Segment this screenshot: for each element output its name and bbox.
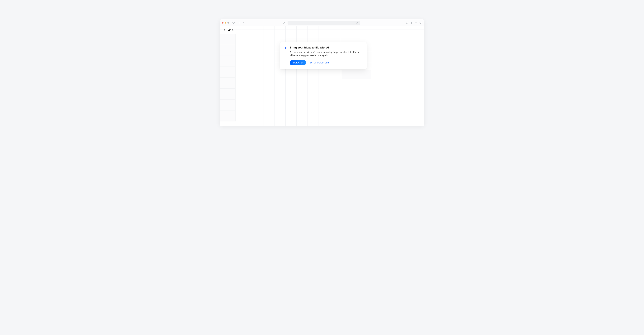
- card-body: Bring your ideas to life with AI Tell us…: [290, 46, 362, 65]
- url-bar[interactable]: [288, 20, 360, 25]
- wix-logo: WIX: [228, 28, 234, 32]
- panel-block: [220, 88, 236, 100]
- window-close-button[interactable]: [222, 22, 224, 24]
- panel-block: [220, 67, 236, 78]
- nav-back-button[interactable]: [237, 21, 241, 25]
- card-title: Bring your ideas to life with AI: [290, 46, 362, 49]
- ai-onboarding-card: Bring your ideas to life with AI Tell us…: [280, 42, 366, 70]
- start-chat-button[interactable]: Start Chat: [290, 60, 306, 65]
- back-button[interactable]: [224, 29, 225, 31]
- panel-block: [220, 78, 236, 88]
- tabs-overview-icon[interactable]: [418, 21, 422, 25]
- nav-arrows: [237, 21, 245, 25]
- browser-toolbar: [220, 19, 424, 26]
- toolbar-right-group: [405, 21, 422, 25]
- downloads-icon[interactable]: [405, 21, 409, 25]
- privacy-shield-icon[interactable]: [282, 21, 286, 25]
- content-area: WIX Bring your ideas to life with AI Te: [220, 26, 424, 126]
- browser-window: WIX Bring your ideas to life with AI Te: [220, 19, 424, 126]
- card-actions: Start Chat Set up without Chat: [290, 60, 362, 65]
- panel-block: [220, 45, 236, 56]
- panel-block: [220, 100, 236, 110]
- reload-icon[interactable]: [355, 21, 359, 25]
- panel-block: [220, 56, 236, 67]
- svg-rect-7: [420, 22, 421, 23]
- svg-rect-0: [232, 22, 234, 24]
- traffic-lights: [222, 22, 229, 24]
- sparkle-icon: [284, 46, 288, 50]
- left-panel: [220, 34, 236, 126]
- sidebar-toggle-icon[interactable]: [232, 21, 236, 25]
- nav-forward-button[interactable]: [242, 21, 245, 25]
- card-description: Tell us about the site you're creating a…: [290, 50, 362, 57]
- new-tab-icon[interactable]: [414, 21, 418, 25]
- panel-block: [220, 110, 236, 122]
- window-minimize-button[interactable]: [224, 22, 226, 24]
- share-icon[interactable]: [410, 21, 413, 25]
- app-header: WIX: [220, 26, 424, 34]
- grid-background: [220, 26, 424, 126]
- setup-without-chat-link[interactable]: Set up without Chat: [310, 61, 330, 64]
- panel-block: [220, 34, 236, 45]
- skeleton-block: [342, 70, 371, 79]
- window-maximize-button[interactable]: [228, 22, 229, 24]
